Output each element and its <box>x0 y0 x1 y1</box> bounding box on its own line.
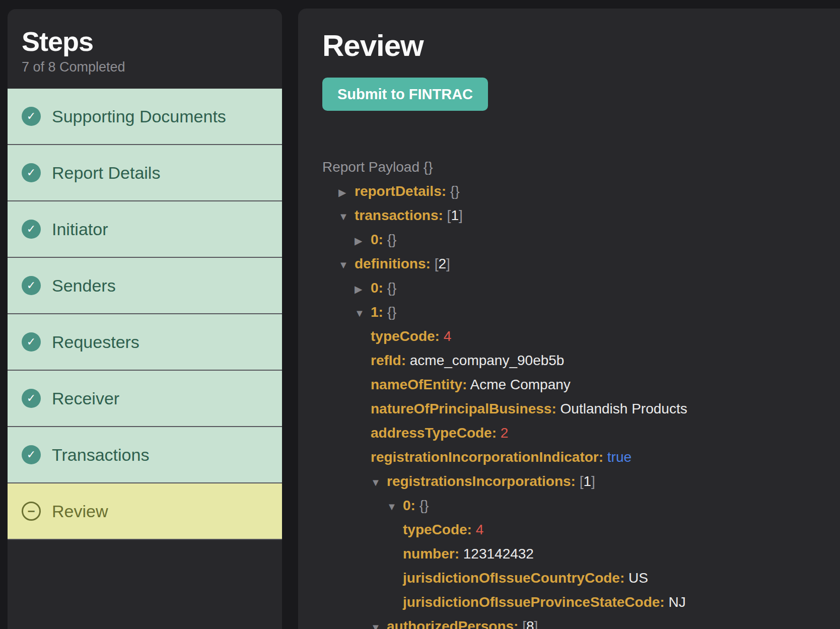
braces-glyph: {} <box>387 232 397 247</box>
json-key: transactions: <box>355 207 443 223</box>
step-label: Supporting Documents <box>52 107 226 126</box>
step-item-supporting-documents[interactable]: ✓Supporting Documents <box>8 89 282 145</box>
expanded-arrow-icon[interactable]: ▼ <box>355 301 371 325</box>
braces-glyph: {} <box>387 304 397 320</box>
expanded-arrow-icon[interactable]: ▼ <box>338 204 355 229</box>
collapsed-arrow-icon[interactable]: ▶ <box>355 229 371 253</box>
check-icon: ✓ <box>22 276 41 295</box>
check-icon: ✓ <box>22 445 41 464</box>
json-row-1: ▼1: {} <box>322 300 840 324</box>
bracket-glyph: [ <box>580 473 584 489</box>
minus-icon: − <box>22 502 41 521</box>
step-label: Transactions <box>52 445 149 465</box>
json-key: refId: <box>371 353 406 368</box>
step-label: Review <box>52 502 108 521</box>
step-item-receiver[interactable]: ✓Receiver <box>8 371 282 427</box>
bracket-glyph: ] <box>446 256 450 271</box>
json-tree: Report Payload {} ▶reportDetails: {}▼tra… <box>322 155 840 629</box>
json-key: registrationsIncorporations: <box>387 473 576 489</box>
json-value: 4 <box>444 328 452 344</box>
bracket-glyph: [ <box>522 618 526 629</box>
check-icon: ✓ <box>22 389 41 408</box>
braces-glyph: {} <box>450 183 460 199</box>
json-row-definitions: ▼definitions: [2] <box>322 252 840 276</box>
json-key: registrationIncorporationIndicator: <box>371 449 603 465</box>
step-label: Requesters <box>52 332 139 352</box>
json-row-registrationIncorporationIndicator: registrationIncorporationIndicator: true <box>322 445 840 469</box>
json-key: 0: <box>403 498 415 513</box>
submit-to-fintrac-button[interactable]: Submit to FINTRAC <box>322 78 488 111</box>
json-key: natureOfPrincipalBusiness: <box>371 401 556 416</box>
expanded-arrow-icon[interactable]: ▼ <box>387 495 403 519</box>
json-key: 0: <box>371 280 383 296</box>
json-root-label: Report Payload <box>322 159 419 175</box>
steps-panel: Steps 7 of 8 Completed ✓Supporting Docum… <box>8 9 282 629</box>
json-row-0: ▶0: {} <box>322 276 840 300</box>
step-label: Senders <box>52 276 116 296</box>
json-array-count: 1 <box>584 473 592 489</box>
collapsed-arrow-icon[interactable]: ▶ <box>338 180 355 204</box>
steps-list: ✓Supporting Documents✓Report Details✓Ini… <box>8 89 282 540</box>
json-value: acme_company_90eb5b <box>410 353 565 368</box>
steps-title: Steps <box>22 28 268 54</box>
json-key: jurisdictionOfIssueProvinceStateCode: <box>403 594 665 610</box>
json-value: 4 <box>476 522 484 537</box>
braces-glyph: {} <box>419 498 429 513</box>
json-key: addressTypeCode: <box>371 425 497 441</box>
json-key: authorizedPersons: <box>387 618 518 629</box>
json-array-count: 8 <box>526 618 534 629</box>
json-row-natureOfPrincipalBusiness: natureOfPrincipalBusiness: Outlandish Pr… <box>322 397 840 421</box>
json-key: nameOfEntity: <box>371 377 467 392</box>
json-row-typeCode: typeCode: 4 <box>322 324 840 348</box>
bracket-glyph: ] <box>534 618 538 629</box>
step-item-review[interactable]: −Review <box>8 483 282 540</box>
json-value: US <box>628 570 648 586</box>
expanded-arrow-icon[interactable]: ▼ <box>338 253 355 277</box>
json-value: Outlandish Products <box>561 401 687 416</box>
json-row-transactions: ▼transactions: [1] <box>322 203 840 228</box>
json-row-typeCode: typeCode: 4 <box>322 518 840 542</box>
json-key: definitions: <box>355 256 431 271</box>
json-row-0: ▼0: {} <box>322 494 840 518</box>
json-row-nameOfEntity: nameOfEntity: Acme Company <box>322 373 840 397</box>
step-item-initiator[interactable]: ✓Initiator <box>8 201 282 258</box>
step-item-senders[interactable]: ✓Senders <box>8 258 282 314</box>
json-value: NJ <box>668 594 685 610</box>
json-array-count: 1 <box>451 207 459 223</box>
check-icon: ✓ <box>22 332 41 352</box>
bracket-glyph: ] <box>459 207 463 223</box>
json-row-jurisdictionOfIssueCountryCode: jurisdictionOfIssueCountryCode: US <box>322 566 840 590</box>
json-value: 123142432 <box>463 546 534 562</box>
step-label: Report Details <box>52 163 160 183</box>
json-row-0: ▶0: {} <box>322 228 840 252</box>
step-item-requesters[interactable]: ✓Requesters <box>8 314 282 371</box>
expanded-arrow-icon[interactable]: ▼ <box>371 470 387 495</box>
steps-progress: 7 of 8 Completed <box>22 59 268 75</box>
json-key: jurisdictionOfIssueCountryCode: <box>403 570 624 586</box>
bracket-glyph: ] <box>591 473 595 489</box>
json-key: typeCode: <box>403 522 472 537</box>
json-array-count: 2 <box>438 256 446 271</box>
json-row-authorizedPersons: ▼authorizedPersons: [8] <box>322 614 840 629</box>
braces-glyph: {} <box>387 280 397 296</box>
json-rows: ▶reportDetails: {}▼transactions: [1]▶0: … <box>322 179 840 629</box>
json-key: reportDetails: <box>355 183 446 199</box>
step-item-report-details[interactable]: ✓Report Details <box>8 145 282 201</box>
expanded-arrow-icon[interactable]: ▼ <box>371 615 387 629</box>
step-item-transactions[interactable]: ✓Transactions <box>8 427 282 483</box>
json-row-number: number: 123142432 <box>322 542 840 566</box>
step-label: Initiator <box>52 220 108 239</box>
collapsed-arrow-icon[interactable]: ▶ <box>355 277 371 301</box>
json-row-registrationsIncorporations: ▼registrationsIncorporations: [1] <box>322 469 840 494</box>
json-key: number: <box>403 546 459 562</box>
json-row-refId: refId: acme_company_90eb5b <box>322 348 840 373</box>
check-icon: ✓ <box>22 220 41 239</box>
page-title: Review <box>322 29 840 62</box>
json-key: 0: <box>371 232 383 247</box>
json-key: 1: <box>371 304 383 320</box>
json-key: typeCode: <box>371 328 440 344</box>
json-value: true <box>607 449 632 465</box>
json-row-jurisdictionOfIssueProvinceStateCode: jurisdictionOfIssueProvinceStateCode: NJ <box>322 590 840 614</box>
review-panel: Review Submit to FINTRAC Report Payload … <box>298 9 840 629</box>
step-label: Receiver <box>52 389 119 408</box>
